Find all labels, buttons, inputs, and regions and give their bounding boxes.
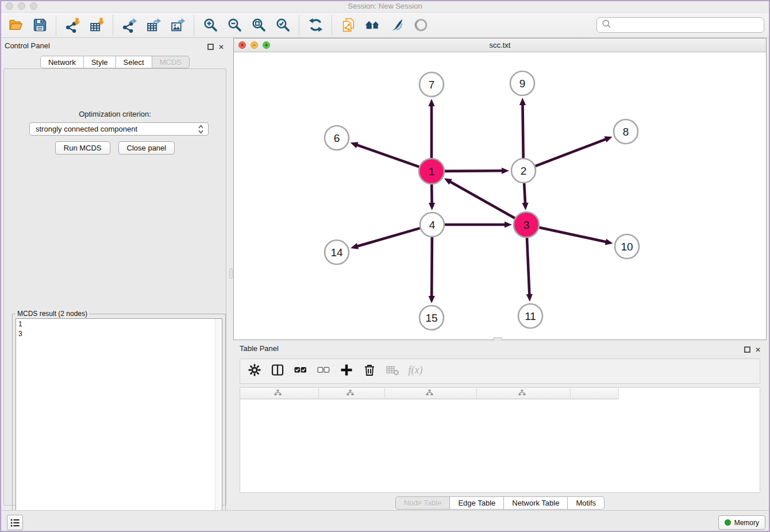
deselect-all-columns-button[interactable] bbox=[313, 361, 334, 381]
tab-select[interactable]: Select bbox=[116, 56, 152, 68]
tab-edge-table[interactable]: Edge Table bbox=[449, 496, 504, 510]
split-columns-button[interactable] bbox=[267, 361, 288, 381]
node-8[interactable]: 8 bbox=[614, 119, 638, 144]
tab-motifs[interactable]: Motifs bbox=[567, 496, 605, 510]
clone-network-icon bbox=[341, 17, 356, 33]
select-all-columns-icon bbox=[293, 363, 308, 380]
column-header-successor-nodes[interactable] bbox=[385, 388, 477, 399]
node-2[interactable]: 2 bbox=[511, 159, 536, 183]
select-all-columns-button[interactable] bbox=[290, 361, 311, 381]
status-bar: Memory bbox=[0, 510, 770, 532]
edge-2-9[interactable] bbox=[519, 98, 526, 158]
tab-node-table[interactable]: Node Table bbox=[395, 496, 451, 510]
network-window-titlebar[interactable]: × − + scc.txt bbox=[234, 38, 766, 52]
tab-mcds[interactable]: MCDS bbox=[152, 56, 190, 68]
zoom-fit-button[interactable] bbox=[247, 14, 271, 36]
main-toolbar bbox=[0, 13, 770, 38]
mcds-result-line: 3 bbox=[16, 329, 222, 338]
table-row[interactable] bbox=[240, 399, 760, 408]
delete-column-button[interactable] bbox=[359, 361, 380, 381]
tab-network[interactable]: Network bbox=[40, 56, 84, 68]
edge-1-7[interactable] bbox=[428, 99, 434, 159]
edge-4-15[interactable] bbox=[429, 237, 435, 303]
table-panel: Table Panel ✕ f(x) Node Table Edge Table… bbox=[233, 341, 767, 510]
edge-4-14[interactable] bbox=[351, 228, 420, 249]
edge-1-2[interactable] bbox=[444, 168, 509, 174]
add-column-button[interactable] bbox=[336, 361, 357, 381]
close-panel-icon[interactable]: ✕ bbox=[218, 44, 224, 51]
control-panel: Control Panel ✕ Network Style Select MCD… bbox=[0, 38, 230, 510]
clone-network-button[interactable] bbox=[336, 14, 360, 36]
zoom-in-button[interactable] bbox=[198, 14, 222, 36]
criterion-dropdown[interactable]: strongly connected component bbox=[29, 122, 209, 136]
close-panel-button[interactable]: Close panel bbox=[118, 141, 175, 155]
refresh-network-button[interactable] bbox=[303, 14, 328, 36]
node-10[interactable]: 10 bbox=[615, 234, 639, 259]
node-label: 7 bbox=[429, 79, 435, 91]
zoom-fit-icon bbox=[251, 17, 267, 33]
mcds-result-title: MCDS result (2 nodes) bbox=[16, 310, 89, 318]
edge-1-4[interactable] bbox=[429, 184, 435, 210]
vertical-splitter-handle[interactable] bbox=[229, 268, 233, 279]
search-box[interactable] bbox=[596, 17, 764, 33]
home-views-button[interactable] bbox=[360, 14, 384, 36]
edge-3-11[interactable] bbox=[526, 237, 533, 302]
import-network-button[interactable] bbox=[60, 14, 84, 36]
node-3[interactable]: 3 bbox=[514, 212, 539, 237]
column-header-name[interactable] bbox=[571, 388, 619, 399]
tab-style[interactable]: Style bbox=[83, 56, 116, 68]
delete-table-button bbox=[382, 361, 403, 381]
graphics-details-button[interactable] bbox=[384, 14, 409, 36]
node-7[interactable]: 7 bbox=[419, 72, 444, 97]
network-canvas[interactable]: 1234678910111415 bbox=[234, 52, 766, 340]
column-settings-button[interactable] bbox=[244, 361, 265, 381]
float-table-panel-icon[interactable] bbox=[744, 345, 750, 355]
export-table-icon bbox=[146, 17, 161, 33]
zoom-out-button[interactable] bbox=[222, 14, 247, 36]
split-columns-icon bbox=[270, 363, 285, 380]
refresh-network-icon bbox=[308, 17, 324, 33]
mcds-result-text[interactable]: 13 bbox=[16, 318, 222, 527]
node-label: 9 bbox=[519, 78, 526, 90]
run-mcds-button[interactable]: Run MCDS bbox=[55, 141, 110, 155]
node-4[interactable]: 4 bbox=[420, 213, 444, 237]
node-label: 4 bbox=[429, 219, 436, 231]
edge-3-10[interactable] bbox=[538, 228, 613, 245]
edge-2-3[interactable] bbox=[522, 183, 528, 210]
svg-text:f(x): f(x) bbox=[408, 364, 422, 376]
search-input[interactable] bbox=[613, 19, 764, 31]
import-table-button[interactable] bbox=[84, 14, 109, 36]
tab-network-table[interactable]: Network Table bbox=[503, 496, 568, 510]
edge-3-1[interactable] bbox=[444, 178, 515, 218]
export-table-button[interactable] bbox=[141, 14, 165, 36]
mcds-panel: Optimization criterion: strongly connect… bbox=[3, 68, 226, 506]
table-tabs: Node Table Edge Table Network Table Moti… bbox=[233, 496, 767, 510]
memory-label: Memory bbox=[734, 519, 759, 527]
edge-1-6[interactable] bbox=[351, 142, 420, 167]
save-session-button[interactable] bbox=[28, 14, 52, 36]
node-11[interactable]: 11 bbox=[518, 304, 542, 328]
edge-2-8[interactable] bbox=[536, 136, 613, 166]
column-header-predecessor-nodes[interactable] bbox=[477, 388, 571, 399]
zoom-selected-button[interactable] bbox=[271, 14, 295, 36]
export-image-button[interactable] bbox=[165, 14, 190, 36]
node-15[interactable]: 15 bbox=[419, 306, 444, 330]
export-network-button[interactable] bbox=[117, 14, 141, 36]
column-header-MCDS-role[interactable] bbox=[319, 388, 385, 399]
edge-4-3[interactable] bbox=[445, 221, 512, 228]
result-scrollbar[interactable] bbox=[215, 319, 222, 527]
node-14[interactable]: 14 bbox=[325, 240, 349, 264]
open-session-button[interactable] bbox=[3, 14, 28, 36]
close-table-panel-icon[interactable]: ✕ bbox=[755, 346, 761, 353]
node-1[interactable]: 1 bbox=[419, 159, 444, 184]
task-history-button[interactable] bbox=[7, 515, 23, 530]
memory-button[interactable]: Memory bbox=[718, 515, 765, 530]
function-builder-icon: f(x) bbox=[408, 363, 423, 380]
column-header-shared-name[interactable] bbox=[240, 388, 319, 399]
table-toolbar: f(x) bbox=[240, 358, 760, 384]
table-row[interactable] bbox=[240, 408, 760, 418]
window-title: Session: New Session bbox=[0, 2, 770, 10]
float-panel-icon[interactable] bbox=[207, 42, 214, 52]
node-9[interactable]: 9 bbox=[510, 71, 534, 95]
node-6[interactable]: 6 bbox=[325, 126, 349, 150]
